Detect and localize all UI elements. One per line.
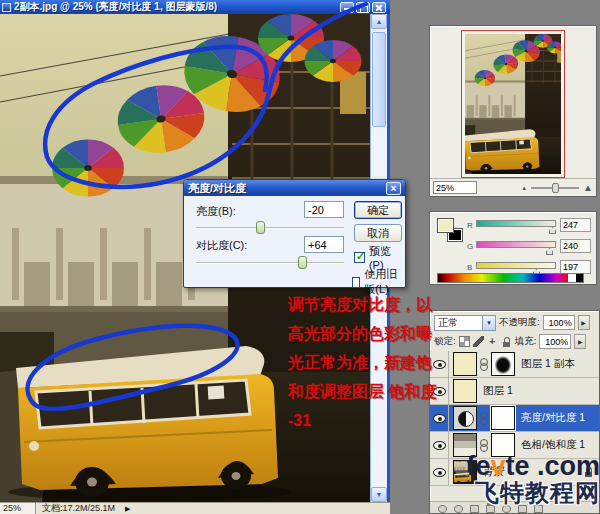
layer-row-layer1-copy[interactable]: 图层 1 副本	[430, 351, 600, 378]
layer-style-icon[interactable]	[454, 505, 463, 513]
dialog-titlebar[interactable]: 亮度/对比度 ×	[184, 180, 405, 196]
fill-field[interactable]	[539, 334, 571, 349]
red-label: R	[467, 221, 473, 230]
color-spectrum-ramp[interactable]	[437, 273, 584, 283]
file-icon	[2, 3, 11, 12]
opacity-label: 不透明度:	[499, 316, 540, 329]
maximize-button[interactable]	[356, 2, 370, 13]
blend-mode-select[interactable]: 正常 ▼	[434, 315, 496, 331]
status-menu-arrow-icon[interactable]: ▶	[125, 505, 130, 513]
contrast-slider[interactable]	[196, 262, 344, 264]
scrollbar-thumb[interactable]	[372, 32, 386, 127]
status-bar: 25% 文档:17.2M/25.1M ▶	[0, 502, 390, 514]
contrast-input[interactable]	[304, 236, 344, 253]
contrast-label: 对比度(C):	[196, 238, 247, 253]
blue-value-field[interactable]	[560, 260, 591, 274]
lock-label: 锁定:	[434, 335, 456, 348]
opacity-spinner-icon[interactable]: ▶	[578, 315, 590, 330]
watermark-domain: fevte .com	[437, 452, 600, 480]
navigator-thumbnail	[465, 34, 561, 174]
brightness-input[interactable]	[304, 201, 344, 218]
fill-spinner-icon[interactable]: ▶	[574, 334, 586, 349]
layer-mask-thumbnail[interactable]	[491, 406, 515, 430]
link-layers-icon[interactable]	[438, 505, 447, 513]
blue-label: B	[467, 263, 472, 272]
layer-name[interactable]: 图层 1	[483, 384, 600, 398]
check-icon: ✓	[356, 250, 365, 263]
navigator-zoom-thumb[interactable]	[552, 183, 559, 193]
layer-row-layer1[interactable]: 图层 1	[430, 378, 600, 405]
green-label: G	[467, 242, 473, 251]
mask-link-icon[interactable]	[479, 439, 487, 451]
contrast-slider-thumb[interactable]	[298, 256, 307, 269]
brightness-label: 亮度(B):	[196, 204, 236, 219]
color-panel: R G B	[429, 211, 597, 285]
status-zoom-field[interactable]: 25%	[0, 503, 36, 514]
site-watermark: fevte .com 飞特教程网	[437, 452, 600, 506]
close-button[interactable]	[372, 2, 386, 13]
foreground-color-swatch[interactable]	[437, 218, 454, 233]
navigator-panel: ▲ ▲	[429, 25, 597, 197]
eye-icon[interactable]	[433, 441, 446, 450]
minimize-button[interactable]	[340, 2, 354, 13]
fill-label: 填充:	[515, 335, 537, 348]
photoshop-workspace: 2副本.jpg @ 25% (亮度/对比度 1, 图层蒙版/8)	[0, 0, 600, 514]
layer-mask-thumbnail[interactable]	[491, 352, 515, 376]
document-size-info: 文档:17.2M/25.1M	[36, 503, 121, 514]
blue-slider[interactable]	[476, 262, 556, 269]
navigator-zoom-field[interactable]	[433, 181, 477, 194]
adjustment-layer-thumbnail[interactable]	[453, 406, 477, 430]
green-slider[interactable]	[476, 241, 556, 248]
annotation-line: -31	[288, 406, 436, 435]
scroll-up-icon[interactable]: ▲	[371, 14, 387, 29]
document-titlebar[interactable]: 2副本.jpg @ 25% (亮度/对比度 1, 图层蒙版/8)	[0, 0, 390, 14]
tutorial-annotation: 调节亮度对比度，以 高光部分的色彩和曝 光正常为准，新建饱 和度调整图层 饱和度…	[288, 290, 436, 435]
ok-button[interactable]: 确定	[354, 201, 402, 219]
annotation-line: 光正常为准，新建饱	[288, 348, 436, 377]
watermark-site-name: 飞特教程网	[437, 480, 600, 505]
document-title: 2副本.jpg @ 25% (亮度/对比度 1, 图层蒙版/8)	[14, 0, 340, 14]
scroll-down-icon[interactable]: ▼	[371, 487, 387, 502]
mask-link-icon[interactable]	[479, 358, 487, 370]
brightness-slider-thumb[interactable]	[256, 221, 265, 234]
mask-link-icon[interactable]	[479, 412, 487, 424]
green-slider-thumb[interactable]	[546, 248, 553, 255]
lock-pixels-icon[interactable]	[473, 336, 484, 347]
opacity-field[interactable]	[543, 315, 575, 330]
chevron-down-icon[interactable]: ▼	[482, 316, 495, 330]
lock-transparency-icon[interactable]	[459, 336, 470, 347]
green-value-field[interactable]	[560, 239, 591, 253]
zoom-out-icon[interactable]: ▲	[521, 185, 527, 191]
layer-thumbnail[interactable]	[453, 352, 477, 376]
layer-name[interactable]: 亮度/对比度 1	[521, 411, 600, 425]
zoom-in-icon[interactable]: ▲	[583, 182, 593, 193]
red-slider-thumb[interactable]	[549, 227, 556, 234]
layer-name[interactable]: 色相/饱和度 1	[521, 438, 600, 452]
dialog-title: 亮度/对比度	[188, 181, 386, 196]
brightness-slider[interactable]	[196, 227, 344, 229]
annotation-line: 调节亮度对比度，以	[288, 290, 436, 319]
layer-row-brightness-contrast[interactable]: 亮度/对比度 1	[430, 405, 600, 432]
layer-thumbnail[interactable]	[453, 379, 477, 403]
navigator-zoom-slider[interactable]	[531, 187, 579, 189]
brightness-contrast-dialog: 亮度/对比度 × 亮度(B): 确定 取消 对比度(C): ✓ 预览(P) 使用…	[183, 179, 406, 288]
blend-mode-value: 正常	[435, 316, 482, 330]
navigator-proxy-view[interactable]	[461, 30, 565, 178]
annotation-line: 和度调整图层 饱和度	[288, 377, 436, 406]
lock-all-icon[interactable]	[501, 336, 512, 347]
cancel-button[interactable]: 取消	[354, 224, 402, 242]
red-value-field[interactable]	[560, 218, 591, 232]
red-slider[interactable]	[476, 220, 556, 227]
dialog-close-icon[interactable]: ×	[386, 182, 401, 195]
lock-position-icon[interactable]: +	[487, 336, 498, 347]
annotation-line: 高光部分的色彩和曝	[288, 319, 436, 348]
layer-name[interactable]: 图层 1 副本	[521, 357, 600, 371]
